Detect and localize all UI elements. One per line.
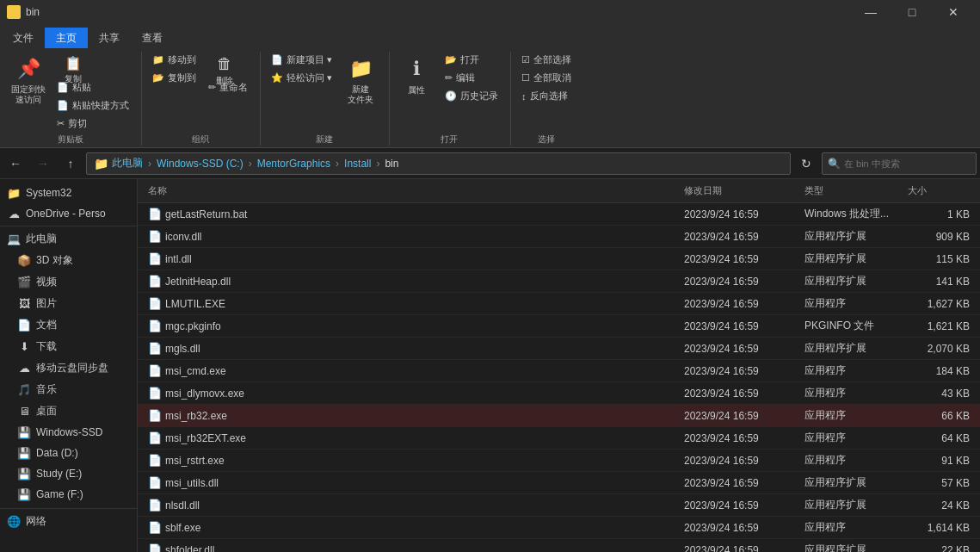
history-button[interactable]: 🕐 历史记录 xyxy=(440,88,503,104)
new-item-button[interactable]: 📄 新建项目 ▾ xyxy=(266,52,337,68)
table-row[interactable]: 📄msi_rb32.exe2023/9/24 16:59应用程序66 KB xyxy=(138,405,980,427)
table-row[interactable]: 📄msi_utils.dll2023/9/24 16:59应用程序扩展57 KB xyxy=(138,472,980,494)
pin-quick-access-button[interactable]: 📌 固定到快速访问 xyxy=(7,52,50,109)
new-folder-button[interactable]: 📁 新建文件夹 xyxy=(339,52,382,109)
paste-button[interactable]: 📄 粘贴 xyxy=(52,79,134,96)
rename-button[interactable]: ✏ 重命名 xyxy=(203,79,253,96)
table-row[interactable]: 📄nlsdl.dll2023/9/24 16:59应用程序扩展24 KB xyxy=(138,494,980,517)
path-sep-2: › xyxy=(249,158,252,170)
open-icon: 📂 xyxy=(445,54,457,65)
select-all-button[interactable]: ☑ 全部选择 xyxy=(516,52,576,68)
table-row[interactable]: 📄iconv.dll2023/9/24 16:59应用程序扩展909 KB xyxy=(138,226,980,248)
table-row[interactable]: 📄getLastReturn.bat2023/9/24 16:59Windows… xyxy=(138,203,980,226)
properties-button[interactable]: ℹ 属性 xyxy=(395,52,438,103)
tab-home[interactable]: 主页 xyxy=(45,28,88,48)
address-path[interactable]: 📁 此电脑 › Windows-SSD (C:) › MentorGraphic… xyxy=(86,152,791,175)
sidebar-item-windows-ssd[interactable]: 💾 Windows-SSD xyxy=(0,422,137,443)
music-icon: 🎵 xyxy=(17,383,31,397)
sidebar-item-downloads[interactable]: ⬇ 下载 xyxy=(0,336,137,357)
easy-access-button[interactable]: ⭐ 轻松访问 ▾ xyxy=(266,70,337,86)
file-type: 应用程序扩展 xyxy=(801,339,904,357)
forward-button[interactable]: → xyxy=(31,152,55,176)
move-to-button[interactable]: 📁 移动到 xyxy=(147,52,201,68)
sidebar-item-3d[interactable]: 📦 3D 对象 xyxy=(0,250,137,271)
file-name: 📄JetInitHeap.dll xyxy=(145,273,681,289)
sidebar-item-thispc[interactable]: 💻 此电脑 xyxy=(0,228,137,250)
close-button[interactable]: ✕ xyxy=(934,0,973,24)
file-icon: 📄 xyxy=(148,297,162,310)
path-bin[interactable]: bin xyxy=(385,158,398,170)
col-size[interactable]: 大小 xyxy=(904,183,973,199)
cut-button[interactable]: ✂ 剪切 xyxy=(52,115,134,132)
cut-label: 剪切 xyxy=(68,117,87,130)
refresh-button[interactable]: ↻ xyxy=(794,152,818,176)
paste-shortcut-button[interactable]: 📄 粘贴快捷方式 xyxy=(52,97,134,114)
file-type: 应用程序扩展 xyxy=(801,496,904,514)
tab-view[interactable]: 查看 xyxy=(131,28,174,48)
sidebar-item-music[interactable]: 🎵 音乐 xyxy=(0,379,137,400)
sidebar-item-network[interactable]: 🌐 网络 xyxy=(0,511,137,532)
path-computer[interactable]: 此电脑 xyxy=(112,156,143,171)
sidebar-item-desktop[interactable]: 🖥 桌面 xyxy=(0,400,137,422)
table-row[interactable]: 📄msi_dlymovx.exe2023/9/24 16:59应用程序43 KB xyxy=(138,382,980,405)
sidebar-item-pictures[interactable]: 🖼 图片 xyxy=(0,293,137,314)
minimize-button[interactable]: — xyxy=(851,0,891,24)
col-type[interactable]: 类型 xyxy=(801,183,904,199)
open-button[interactable]: 📂 打开 xyxy=(440,52,503,68)
sidebar-item-study-e[interactable]: 💾 Study (E:) xyxy=(0,463,137,484)
table-row[interactable]: 📄msi_rb32EXT.exe2023/9/24 16:59应用程序64 KB xyxy=(138,427,980,450)
table-row[interactable]: 📄intl.dll2023/9/24 16:59应用程序扩展115 KB xyxy=(138,248,980,270)
copy-to-button[interactable]: 📂 复制到 xyxy=(147,70,201,86)
edit-button[interactable]: ✏ 编辑 xyxy=(440,70,503,86)
maximize-button[interactable]: □ xyxy=(892,0,932,24)
deselect-all-button[interactable]: ☐ 全部取消 xyxy=(516,70,576,86)
path-sep-3: › xyxy=(336,158,339,170)
table-row[interactable]: 📄LMUTIL.EXE2023/9/24 16:59应用程序1,627 KB xyxy=(138,293,980,315)
tab-share[interactable]: 共享 xyxy=(88,28,131,48)
search-input[interactable] xyxy=(844,158,965,169)
sidebar-item-system32[interactable]: 📁 System32 xyxy=(0,183,137,203)
videos-label: 视频 xyxy=(36,275,57,289)
file-name: 📄msi_rstrt.exe xyxy=(145,452,681,468)
sidebar-item-data-d[interactable]: 💾 Data (D:) xyxy=(0,443,137,463)
sidebar-item-mobile-cloud[interactable]: ☁ 移动云盘同步盘 xyxy=(0,357,137,379)
file-date: 2023/9/24 16:59 xyxy=(681,386,801,401)
col-date[interactable]: 修改日期 xyxy=(681,183,801,199)
table-row[interactable]: 📄mgc.pkginfo2023/9/24 16:59PKGINFO 文件1,6… xyxy=(138,315,980,338)
table-row[interactable]: 📄msi_rstrt.exe2023/9/24 16:59应用程序91 KB xyxy=(138,450,980,472)
col-name[interactable]: 名称 xyxy=(145,183,681,199)
path-sep-1: › xyxy=(148,158,151,170)
ribbon-tabs: 文件 主页 共享 查看 xyxy=(0,24,980,48)
sidebar-item-documents[interactable]: 📄 文档 xyxy=(0,314,137,336)
up-button[interactable]: ↑ xyxy=(59,152,83,176)
3d-label: 3D 对象 xyxy=(36,253,73,268)
file-size: 43 KB xyxy=(904,386,973,401)
copy-button[interactable]: 📋 复制 xyxy=(52,52,95,78)
window-controls: — □ ✕ xyxy=(851,0,973,24)
sidebar-item-onedrive[interactable]: ☁ OneDrive - Perso xyxy=(0,203,137,224)
path-drive[interactable]: Windows-SSD (C:) xyxy=(157,158,243,170)
table-row[interactable]: 📄sblf.exe2023/9/24 16:59应用程序1,614 KB xyxy=(138,517,980,539)
path-install[interactable]: Install xyxy=(344,158,371,170)
delete-button[interactable]: 🗑 删除 xyxy=(203,52,246,78)
file-size: 115 KB xyxy=(904,251,973,267)
table-row[interactable]: 📄mgls.dll2023/9/24 16:59应用程序扩展2,070 KB xyxy=(138,338,980,360)
table-row[interactable]: 📄shfolder.dll2023/9/24 16:59应用程序扩展22 KB xyxy=(138,539,980,552)
tab-file[interactable]: 文件 xyxy=(2,28,45,48)
paste-icon: 📄 xyxy=(57,82,69,93)
sidebar-item-videos[interactable]: 🎬 视频 xyxy=(0,271,137,293)
file-size: 1,621 KB xyxy=(904,319,973,334)
new-label: 新建 xyxy=(316,132,333,146)
sidebar-item-game-f[interactable]: 💾 Game (F:) xyxy=(0,484,137,505)
system32-icon: 📁 xyxy=(7,186,21,200)
path-mentor[interactable]: MentorGraphics xyxy=(257,158,330,170)
documents-icon: 📄 xyxy=(17,319,31,332)
data-d-icon: 💾 xyxy=(17,446,31,460)
search-box[interactable]: 🔍 xyxy=(822,152,977,175)
table-row[interactable]: 📄msi_cmd.exe2023/9/24 16:59应用程序184 KB xyxy=(138,360,980,382)
file-type: 应用程序 xyxy=(801,362,904,380)
back-button[interactable]: ← xyxy=(3,152,28,176)
file-type: 应用程序 xyxy=(801,429,904,447)
invert-selection-button[interactable]: ↕ 反向选择 xyxy=(516,88,576,104)
table-row[interactable]: 📄JetInitHeap.dll2023/9/24 16:59应用程序扩展141… xyxy=(138,270,980,293)
